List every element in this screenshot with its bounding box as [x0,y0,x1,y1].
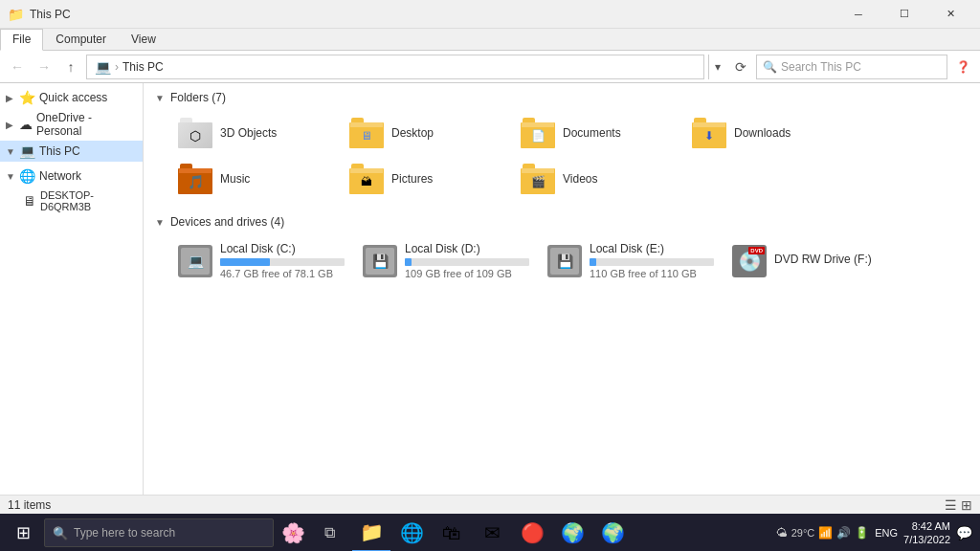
ribbon: File Computer View [0,29,980,51]
drive-d[interactable]: 💾 Local Disk (D:) 109 GB free of 109 GB [355,236,532,285]
sidebar-item-network[interactable]: ▼ 🌐 Network [0,165,143,187]
folder-3d-objects[interactable]: ⬡ 3D Objects [170,112,338,154]
sidebar-item-label: This PC [39,144,137,158]
status-bar: 11 items ☰ ⊞ [0,495,980,514]
drive-d-bar-fill [405,258,412,266]
network-icon: 📶 [818,526,833,540]
grid-view-button[interactable]: ⊞ [961,497,972,513]
drives-grid: 💻 Local Disk (C:) 46.7 GB free of 78.1 G… [155,236,969,285]
folder-music[interactable]: 🎵 Music [170,158,338,200]
list-view-button[interactable]: ☰ [945,497,957,513]
drive-c-info: Local Disk (C:) 46.7 GB free of 78.1 GB [220,242,345,279]
drives-chevron-icon: ▼ [155,217,165,228]
drive-c[interactable]: 💻 Local Disk (C:) 46.7 GB free of 78.1 G… [170,236,347,285]
task-view-button[interactable]: ⧉ [312,516,346,550]
close-button[interactable]: ✕ [928,0,972,29]
clock-date: 7/13/2022 [903,533,950,546]
media-icon: 🔴 [521,521,545,544]
windows-icon: ⊞ [16,522,31,543]
folder-name: Videos [563,172,597,186]
drive-c-size: 46.7 GB free of 78.1 GB [220,268,345,279]
folder-name: Desktop [391,126,434,140]
folder-pictures[interactable]: 🏔 Pictures [342,158,509,200]
ribbon-tabs: File Computer View [0,29,980,50]
taskbar-app-mail[interactable]: ✉ [473,514,511,551]
folders-section-header[interactable]: ▼ Folders (7) [155,91,969,104]
drive-f-info: DVD RW Drive (F:) [774,253,894,269]
address-dropdown-button[interactable]: ▾ [708,55,725,79]
taskbar-app-edge[interactable]: 🌐 [392,514,431,551]
search-box[interactable]: 🔍 Search This PC [756,55,947,79]
back-button[interactable]: ← [6,55,29,78]
drive-c-bar-fill [220,258,270,266]
drives-section-header[interactable]: ▼ Devices and drives (4) [155,215,969,229]
sidebar-item-label: DESKTOP-D6QRM3B [40,189,137,212]
tab-computer[interactable]: Computer [43,29,119,50]
language-label: ENG [875,527,898,539]
window-title: This PC [30,8,836,21]
folder-name: Music [220,172,250,186]
taskbar-app-media[interactable]: 🔴 [513,514,551,551]
taskbar-clock[interactable]: 8:42 AM 7/13/2022 [903,519,950,547]
drive-f-name: DVD RW Drive (F:) [774,253,894,266]
taskbar-search[interactable]: 🔍 Type here to search [44,518,274,547]
sidebar-item-onedrive[interactable]: ▶ ☁ OneDrive - Personal [0,108,143,141]
address-bar: ← → ↑ 💻 › This PC ▾ ⟳ 🔍 Search This PC ❓ [0,51,980,83]
item-count: 11 items [8,498,51,512]
folder-desktop[interactable]: 🖥 Desktop [342,112,509,154]
forward-button[interactable]: → [33,55,56,78]
help-button[interactable]: ❓ [951,55,974,78]
drive-c-name: Local Disk (C:) [220,242,345,255]
cortana-icon: 🌸 [281,521,305,544]
drive-e-bar-fill [590,258,596,266]
window-icon: 📁 [8,7,24,22]
battery-icon: 🔋 [855,526,869,540]
taskbar-app-browser1[interactable]: 🌍 [553,514,591,551]
minimize-button[interactable]: ─ [836,0,880,29]
tab-view[interactable]: View [119,29,168,50]
chevron-icon: ▼ [6,146,15,157]
edge-icon: 🌐 [400,521,424,544]
sidebar-item-this-pc[interactable]: ▼ 💻 This PC [0,141,143,162]
sidebar-item-quick-access[interactable]: ▶ ⭐ Quick access [0,87,143,108]
folder-videos[interactable]: 🎬 Videos [513,158,680,200]
address-box[interactable]: 💻 › This PC [86,55,704,79]
up-button[interactable]: ↑ [59,55,82,78]
breadcrumb-this-pc[interactable]: This PC [122,60,164,74]
drive-e-icon: 💾 [547,245,582,277]
tab-file[interactable]: File [0,29,43,51]
folder-documents[interactable]: 📄 Documents [513,112,680,154]
taskbar-right: 🌤 29°C 📶 🔊 🔋 ENG 8:42 AM 7/13/2022 💬 [776,519,976,547]
taskbar-app-file-explorer[interactable]: 📁 [352,514,390,551]
taskbar: ⊞ 🔍 Type here to search 🌸 ⧉ 📁 🌐 🛍 ✉ 🔴 🌍 … [0,514,980,551]
taskbar-app-store[interactable]: 🛍 [433,514,471,551]
title-bar: 📁 This PC ─ ☐ ✕ [0,0,980,29]
this-pc-icon: 💻 [19,143,35,159]
refresh-button[interactable]: ⟳ [729,55,752,78]
search-placeholder: Search This PC [781,60,861,74]
drive-e[interactable]: 💾 Local Disk (E:) 110 GB free of 110 GB [540,236,717,285]
task-view-icon: ⧉ [324,524,335,541]
sidebar-item-label: OneDrive - Personal [36,111,137,138]
breadcrumb-icon: 💻 [95,59,111,75]
sidebar: ▶ ⭐ Quick access ▶ ☁ OneDrive - Personal… [0,83,144,495]
folder-name: Downloads [734,126,791,140]
title-bar-controls: ─ ☐ ✕ [836,0,972,29]
taskbar-apps: 📁 🌐 🛍 ✉ 🔴 🌍 🌍 [352,514,632,551]
drive-d-info: Local Disk (D:) 109 GB free of 109 GB [405,242,529,279]
content-area: ▼ Folders (7) ⬡ 3D Objects 🖥 [144,83,980,495]
temperature-label: 29°C [791,527,815,539]
drive-e-info: Local Disk (E:) 110 GB free of 110 GB [590,242,714,279]
drive-f[interactable]: 💿 DVD DVD RW Drive (F:) [724,236,902,285]
cortana-button[interactable]: 🌸 [276,516,310,550]
taskbar-app-browser2[interactable]: 🌍 [593,514,632,551]
start-button[interactable]: ⊞ [4,514,42,551]
sidebar-item-desktop-d6[interactable]: 🖥 DESKTOP-D6QRM3B [0,187,143,215]
notification-icon[interactable]: 💬 [956,525,972,540]
folder-downloads[interactable]: ⬇ Downloads [684,112,852,154]
maximize-button[interactable]: ☐ [882,0,926,29]
mail-icon: ✉ [484,521,501,544]
system-tray-icons: 🌤 29°C 📶 🔊 🔋 [776,526,870,540]
view-buttons: ☰ ⊞ [945,497,972,513]
computer-icon: 🖥 [23,193,36,209]
